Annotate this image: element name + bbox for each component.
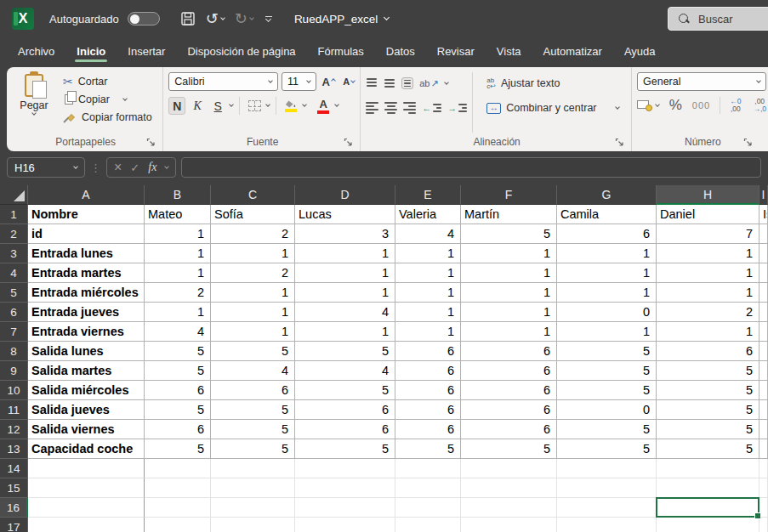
cell-G3[interactable]: 1 <box>557 244 657 263</box>
cell-I6[interactable] <box>759 303 768 322</box>
row-header-3[interactable]: 3 <box>0 244 28 263</box>
tab-disposición-de-página[interactable]: Disposición de página <box>176 37 306 65</box>
cell-A1[interactable]: Nombre <box>28 205 145 224</box>
row-header-9[interactable]: 9 <box>0 361 28 381</box>
align-center-icon[interactable] <box>384 102 397 114</box>
accounting-format-button[interactable] <box>637 100 652 111</box>
cell-H3[interactable]: 1 <box>657 244 759 263</box>
cell-A15[interactable] <box>28 478 145 498</box>
cell-B1[interactable]: Mateo <box>145 205 211 224</box>
cell-G13[interactable]: 5 <box>557 439 657 459</box>
cell-F11[interactable]: 6 <box>461 400 557 420</box>
cell-C10[interactable]: 6 <box>211 381 295 400</box>
cell-B17[interactable] <box>145 518 211 532</box>
cell-H11[interactable]: 5 <box>657 400 759 420</box>
cell-I10[interactable] <box>759 381 768 400</box>
cell-G14[interactable] <box>557 459 657 478</box>
cell-E13[interactable]: 5 <box>395 439 461 459</box>
tab-automatizar[interactable]: Automatizar <box>532 37 613 65</box>
cell-I1[interactable]: Is <box>759 205 768 224</box>
column-header-I[interactable]: I <box>759 185 768 205</box>
cell-F15[interactable] <box>461 478 557 498</box>
undo-button[interactable]: ↺ <box>202 9 228 28</box>
cell-H8[interactable]: 6 <box>657 342 759 361</box>
cell-F14[interactable] <box>461 459 557 478</box>
cell-D3[interactable]: 1 <box>295 244 395 263</box>
cell-I12[interactable] <box>759 420 768 439</box>
paste-chevron[interactable] <box>31 110 37 116</box>
cell-E16[interactable] <box>395 498 461 518</box>
cell-C8[interactable]: 5 <box>211 342 295 361</box>
cell-C17[interactable] <box>211 518 295 532</box>
cell-H2[interactable]: 7 <box>657 224 759 244</box>
undo-dropdown-chevron[interactable] <box>220 15 225 20</box>
number-dialog-launcher[interactable] <box>743 138 753 147</box>
cell-F12[interactable]: 6 <box>461 420 557 439</box>
cell-F3[interactable]: 1 <box>461 244 557 263</box>
cell-B3[interactable]: 1 <box>145 244 211 263</box>
cell-A13[interactable]: Capacidad coche <box>28 439 145 459</box>
font-family-select[interactable]: Calibri <box>168 72 278 91</box>
bold-button[interactable]: N <box>168 97 185 115</box>
row-header-12[interactable]: 12 <box>0 420 28 439</box>
percent-style-button[interactable]: % <box>669 97 682 114</box>
borders-button[interactable] <box>246 97 263 115</box>
cell-C9[interactable]: 4 <box>211 361 295 381</box>
cell-G6[interactable]: 0 <box>557 303 657 322</box>
cell-A17[interactable] <box>28 518 145 532</box>
row-header-2[interactable]: 2 <box>0 224 28 244</box>
number-format-select[interactable]: General <box>637 72 766 91</box>
cell-I17[interactable] <box>759 518 768 532</box>
cell-B14[interactable] <box>145 459 211 478</box>
font-color-button[interactable]: A <box>315 97 332 115</box>
paste-button[interactable]: Pegar <box>12 72 56 133</box>
selected-cell-outline[interactable] <box>656 497 759 518</box>
save-button[interactable] <box>177 9 199 28</box>
cell-E3[interactable]: 1 <box>395 244 461 263</box>
cell-E12[interactable]: 6 <box>395 420 461 439</box>
cell-H17[interactable] <box>657 518 759 532</box>
cell-F8[interactable]: 6 <box>461 342 557 361</box>
cell-I14[interactable] <box>759 459 768 478</box>
format-painter-button[interactable]: Copiar formato <box>63 111 152 123</box>
cell-B6[interactable]: 1 <box>145 303 211 322</box>
row-header-6[interactable]: 6 <box>0 303 28 322</box>
column-header-G[interactable]: G <box>557 185 657 205</box>
cell-E14[interactable] <box>395 459 461 478</box>
cell-C2[interactable]: 2 <box>211 224 295 244</box>
cell-B12[interactable]: 6 <box>145 420 211 439</box>
cell-I11[interactable] <box>759 400 768 420</box>
cell-H9[interactable]: 5 <box>657 361 759 381</box>
cell-D2[interactable]: 3 <box>295 224 395 244</box>
align-top-icon[interactable] <box>366 77 378 89</box>
cell-B7[interactable]: 4 <box>145 322 211 342</box>
cell-F16[interactable] <box>461 498 557 518</box>
cell-G4[interactable]: 1 <box>557 263 657 283</box>
cell-E5[interactable]: 1 <box>395 283 461 303</box>
align-right-icon[interactable] <box>403 102 416 114</box>
underline-chevron[interactable] <box>229 102 234 107</box>
fill-color-chevron[interactable] <box>302 102 307 107</box>
insert-function-button[interactable]: fx <box>148 161 156 174</box>
cell-E10[interactable]: 6 <box>395 381 461 400</box>
cell-A3[interactable]: Entrada lunes <box>28 244 145 263</box>
cell-E17[interactable] <box>395 518 461 532</box>
tab-vista[interactable]: Vista <box>486 37 532 65</box>
cell-C3[interactable]: 1 <box>211 244 295 263</box>
tab-fórmulas[interactable]: Fórmulas <box>307 37 375 65</box>
column-header-C[interactable]: C <box>211 185 295 205</box>
cell-I8[interactable] <box>759 342 768 361</box>
align-bottom-icon[interactable] <box>401 77 413 89</box>
cell-C12[interactable]: 5 <box>211 420 295 439</box>
clipboard-dialog-launcher[interactable] <box>146 138 156 147</box>
cell-E1[interactable]: Valeria <box>395 205 461 224</box>
cell-H5[interactable]: 1 <box>657 283 759 303</box>
alignment-dialog-launcher[interactable] <box>615 138 624 147</box>
cell-H13[interactable]: 5 <box>657 439 759 459</box>
cell-A9[interactable]: Salida martes <box>28 361 145 381</box>
row-header-14[interactable]: 14 <box>0 459 28 478</box>
cell-E7[interactable]: 1 <box>395 322 461 342</box>
cell-C13[interactable]: 5 <box>211 439 295 459</box>
decrease-indent-button[interactable]: ← <box>422 102 441 114</box>
cell-B13[interactable]: 5 <box>145 439 211 459</box>
